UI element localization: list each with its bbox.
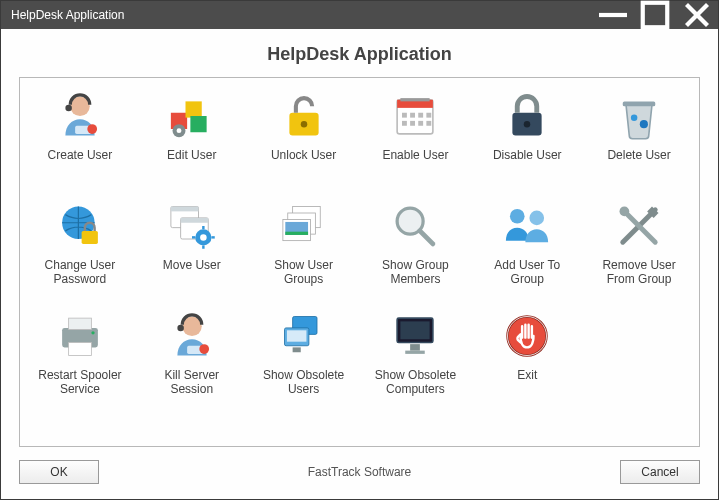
action-restart-spooler-service[interactable]: Restart Spooler Service — [24, 304, 136, 414]
svg-rect-34 — [171, 207, 199, 212]
svg-point-12 — [176, 128, 181, 133]
action-label: Show Obsolete Computers — [365, 368, 465, 397]
action-label: Create User — [48, 148, 113, 162]
action-show-obsolete-computers[interactable]: Show Obsolete Computers — [360, 304, 472, 414]
svg-point-42 — [200, 234, 207, 241]
blocks-gear-icon — [166, 90, 218, 142]
close-button[interactable] — [676, 1, 718, 29]
svg-rect-56 — [69, 318, 92, 329]
svg-rect-28 — [623, 101, 656, 106]
action-move-user[interactable]: Move User — [136, 194, 248, 304]
action-edit-user[interactable]: Edit User — [136, 84, 248, 194]
action-label: Exit — [517, 368, 537, 382]
action-show-obsolete-users[interactable]: Show Obsolete Users — [248, 304, 360, 414]
action-unlock-user[interactable]: Unlock User — [248, 84, 360, 194]
action-label: Remove User From Group — [589, 258, 689, 287]
action-add-user-to-group[interactable]: Add User To Group — [471, 194, 583, 304]
app-window: HelpDesk Application HelpDesk Applicatio… — [0, 0, 719, 500]
action-label: Restart Spooler Service — [30, 368, 130, 397]
svg-point-7 — [87, 124, 97, 134]
svg-point-50 — [510, 209, 525, 224]
svg-rect-22 — [402, 121, 407, 126]
svg-rect-25 — [427, 121, 432, 126]
svg-rect-69 — [411, 344, 421, 351]
user-headset-icon — [166, 310, 218, 362]
svg-rect-36 — [180, 218, 208, 223]
action-label: Disable User — [493, 148, 562, 162]
svg-rect-68 — [401, 321, 430, 339]
svg-rect-24 — [419, 121, 424, 126]
magnifier-icon — [389, 200, 441, 252]
svg-rect-10 — [190, 116, 206, 132]
action-disable-user[interactable]: Disable User — [471, 84, 583, 194]
action-remove-user-from-group[interactable]: Remove User From Group — [583, 194, 695, 304]
action-kill-server-session[interactable]: Kill Server Session — [136, 304, 248, 414]
actions-grid: Create UserEdit UserUnlock UserEnable Us… — [24, 84, 695, 414]
windows-gear-icon — [166, 200, 218, 252]
padlock-closed-icon — [501, 90, 553, 142]
action-change-user-password[interactable]: Change User Password — [24, 194, 136, 304]
titlebar: HelpDesk Application — [1, 1, 718, 29]
page-title: HelpDesk Application — [19, 29, 700, 77]
action-show-user-groups[interactable]: Show User Groups — [248, 194, 360, 304]
tools-cross-icon — [613, 200, 665, 252]
actions-panel: Create UserEdit UserUnlock UserEnable Us… — [19, 77, 700, 447]
brand-label: FastTrack Software — [99, 465, 620, 479]
svg-point-30 — [640, 120, 648, 128]
action-label: Delete User — [607, 148, 670, 162]
window-title: HelpDesk Application — [11, 8, 592, 22]
svg-point-14 — [300, 121, 307, 128]
trash-icon — [613, 90, 665, 142]
action-label: Move User — [163, 258, 221, 272]
action-label: Change User Password — [30, 258, 130, 287]
action-enable-user[interactable]: Enable User — [360, 84, 472, 194]
users-group-icon — [501, 200, 553, 252]
action-label: Edit User — [167, 148, 216, 162]
svg-rect-23 — [411, 121, 416, 126]
svg-rect-20 — [419, 113, 424, 118]
svg-rect-70 — [406, 351, 426, 354]
user-headset-icon — [54, 90, 106, 142]
client-area: HelpDesk Application Create UserEdit Use… — [1, 29, 718, 499]
svg-rect-66 — [292, 347, 300, 352]
footer: OK FastTrack Software Cancel — [19, 455, 700, 489]
action-label: Show Obsolete Users — [254, 368, 354, 397]
action-exit[interactable]: Exit — [471, 304, 583, 414]
monitor-icon — [389, 310, 441, 362]
svg-rect-1 — [643, 3, 668, 28]
padlock-open-icon — [278, 90, 330, 142]
stop-hand-icon — [501, 310, 553, 362]
svg-point-5 — [65, 105, 72, 112]
action-delete-user[interactable]: Delete User — [583, 84, 695, 194]
maximize-button[interactable] — [634, 1, 676, 29]
svg-point-58 — [91, 331, 94, 334]
svg-point-29 — [631, 114, 638, 121]
svg-point-51 — [530, 211, 545, 226]
action-label: Add User To Group — [477, 258, 577, 287]
svg-rect-18 — [402, 113, 407, 118]
cancel-button[interactable]: Cancel — [620, 460, 700, 484]
svg-point-54 — [620, 207, 630, 217]
calendar-icon — [389, 90, 441, 142]
svg-rect-65 — [287, 330, 307, 341]
svg-rect-57 — [69, 343, 92, 356]
action-label: Enable User — [382, 148, 448, 162]
svg-rect-47 — [285, 232, 308, 235]
printer-icon — [54, 310, 106, 362]
action-label: Unlock User — [271, 148, 336, 162]
globe-lock-icon — [54, 200, 106, 252]
svg-point-27 — [524, 121, 531, 128]
photo-stack-icon — [278, 200, 330, 252]
computers-stack-icon — [278, 310, 330, 362]
svg-rect-21 — [427, 113, 432, 118]
action-show-group-members[interactable]: Show Group Members — [360, 194, 472, 304]
ok-button[interactable]: OK — [19, 460, 99, 484]
svg-point-62 — [199, 344, 209, 354]
svg-line-49 — [420, 231, 433, 244]
minimize-button[interactable] — [592, 1, 634, 29]
action-label: Kill Server Session — [142, 368, 242, 397]
svg-rect-32 — [82, 231, 98, 244]
action-label: Show User Groups — [254, 258, 354, 287]
svg-rect-9 — [185, 101, 201, 117]
action-create-user[interactable]: Create User — [24, 84, 136, 194]
